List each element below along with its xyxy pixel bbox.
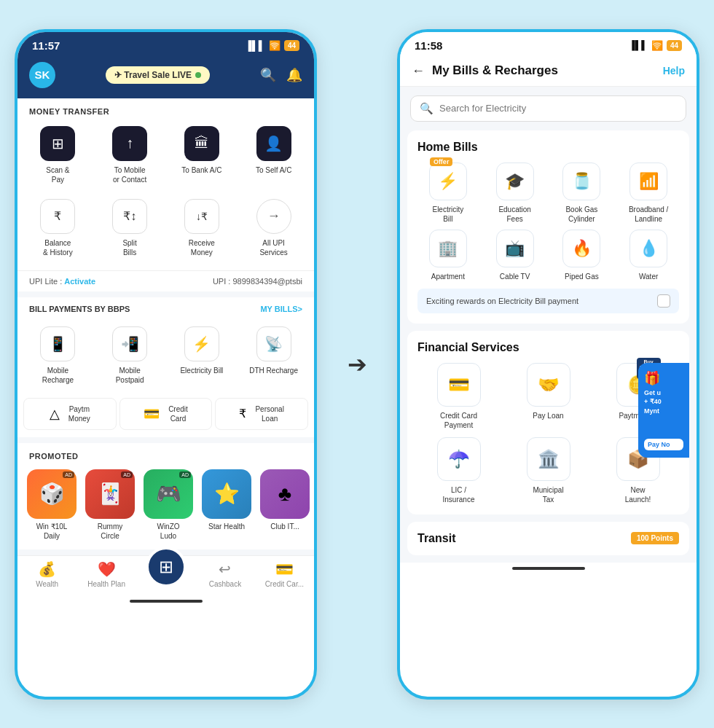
receive-money-item[interactable]: ↓₹ ReceiveMoney (168, 193, 237, 263)
scan-center-button[interactable]: ⊞ (146, 547, 187, 587)
right-status-bar: 11:58 ▐▌▌ 🛜 44 (400, 32, 697, 58)
ad-badge2: AD (121, 471, 133, 478)
nav-wealth-label: Wealth (36, 580, 58, 588)
notification-icon[interactable]: 🔔 (286, 67, 302, 83)
travel-badge[interactable]: ✈ Travel Sale LIVE (106, 66, 210, 84)
nav-health-label: Health Plan (87, 580, 125, 588)
transit-section: Transit 100 Points (407, 522, 689, 555)
search-icon[interactable]: 🔍 (260, 67, 276, 83)
apartment-item[interactable]: 🏢 Apartment (417, 230, 479, 281)
electricity-bill-label: ElectricityBill (432, 205, 463, 224)
nav-center[interactable]: ⊞ (136, 561, 195, 587)
search-icon: 🔍 (420, 102, 434, 115)
dth-recharge-item[interactable]: 📡 DTH Recharge (239, 321, 308, 391)
municipal-tax-label: MunicipalTax (533, 485, 563, 504)
promo-club-thumb: ♣ (260, 469, 310, 519)
scan-pay-item[interactable]: ⊞ Scan &Pay (23, 120, 93, 190)
search-input[interactable] (439, 103, 677, 114)
credit-nav-icon: 💳 (275, 560, 294, 578)
gas-cylinder-item[interactable]: 🫙 Book GasCylinder (552, 163, 613, 224)
promo-star[interactable]: ⭐ Star Health (201, 469, 252, 541)
municipal-tax-item[interactable]: 🏛️ MunicipalTax (507, 437, 589, 504)
credit-card-payment-item[interactable]: 💳 Credit CardPayment (417, 363, 500, 430)
upi-bar: UPI Lite : Activate UPI : 9899834394@pts… (17, 270, 314, 291)
rewards-text: Exciting rewards on Electricity Bill pay… (426, 297, 578, 305)
activate-link[interactable]: Activate (64, 277, 95, 286)
water-label: Water (639, 272, 658, 281)
promo-rummy-thumb: 🃏AD (85, 469, 135, 519)
cable-tv-label: Cable TV (500, 272, 530, 281)
right-signal-icon: ▐▌▌ (629, 40, 648, 50)
promo-ludo-label: Win ₹10LDaily (36, 522, 68, 541)
cable-tv-icon-wrap: 📺 (496, 230, 534, 267)
promo-club-label: Club IT... (270, 522, 299, 531)
rewards-checkbox[interactable] (657, 294, 670, 308)
mobile-postpaid-item[interactable]: 📲 MobilePostpaid (95, 321, 165, 391)
piped-gas-icon-wrap: 🔥 (562, 230, 600, 267)
electricity-bill-icon: ⚡ (184, 326, 219, 361)
lic-icon: ☂️ (448, 449, 470, 469)
all-upi-item[interactable]: → All UPIServices (239, 193, 308, 263)
back-button[interactable]: ← (412, 63, 425, 79)
home-bills-section: Home Bills Offer ⚡ ElectricityBill 🎓 Edu… (407, 130, 689, 324)
water-item[interactable]: 💧 Water (618, 230, 679, 281)
promo-rummy[interactable]: 🃏AD RummyCircle (85, 469, 136, 541)
bill-row2: △ PaytmMoney 💳 CreditCard ₹ PersonalLoan (17, 398, 314, 437)
promo-winzo[interactable]: 🎮AD WinZOLudo (143, 469, 194, 541)
broadband-item[interactable]: 📶 Broadband /Landline (618, 163, 679, 224)
search-bar[interactable]: 🔍 (410, 95, 686, 122)
to-bank-item[interactable]: 🏛 To Bank A/C (168, 120, 237, 190)
lic-insurance-item[interactable]: ☂️ LIC /Insurance (417, 437, 500, 504)
pay-now-button[interactable]: Pay No (644, 439, 683, 450)
mobile-postpaid-icon: 📲 (112, 326, 147, 361)
education-fees-item[interactable]: 🎓 EducationFees (484, 163, 546, 224)
promoted-title: PROMOTED (17, 443, 314, 465)
nav-credit[interactable]: 💳 Credit Car... (255, 560, 314, 588)
promo-ludo[interactable]: 🎲AD Win ₹10LDaily (26, 469, 77, 541)
cable-tv-item[interactable]: 📺 Cable TV (484, 230, 546, 281)
promo-ludo-thumb: 🎲AD (27, 469, 76, 519)
rewards-bar: Exciting rewards on Electricity Bill pay… (417, 289, 679, 313)
personal-loan-icon: ₹ (239, 407, 246, 420)
wifi-icon: 🛜 (269, 40, 280, 51)
electricity-icon-wrap: Offer ⚡ (429, 163, 467, 200)
financial-services-section: Financial Services 💳 Credit CardPayment … (407, 331, 689, 514)
to-self-item[interactable]: 👤 To Self A/C (239, 120, 308, 190)
pay-loan-item[interactable]: 🤝 Pay Loan (507, 363, 589, 430)
bill-header: BILL PAYMENTS BY BBPS MY BILLS> (17, 297, 314, 316)
upi-id: UPI : 9899834394@ptsbi (213, 277, 302, 286)
home-bar (130, 600, 203, 603)
bill-payments-title: BILL PAYMENTS BY BBPS (29, 305, 130, 313)
right-wifi-icon: 🛜 (651, 40, 663, 51)
personal-loan-item[interactable]: ₹ PersonalLoan (215, 398, 308, 430)
mobile-recharge-item[interactable]: 📱 MobileRecharge (23, 321, 93, 391)
lic-label: LIC /Insurance (443, 485, 475, 504)
my-bills-link[interactable]: MY BILLS> (260, 305, 302, 313)
arrow-container: ➔ (339, 351, 375, 378)
travel-badge-text: ✈ Travel Sale LIVE (114, 70, 192, 80)
electricity-bill-item[interactable]: Offer ⚡ ElectricityBill (417, 163, 479, 224)
side-promo-card[interactable]: 🎁 Get u+ ₹40Mynt Pay No (638, 363, 689, 458)
apartment-icon-wrap: 🏢 (429, 230, 467, 267)
right-battery-badge: 44 (667, 40, 682, 51)
promo-star-label: Star Health (208, 522, 245, 531)
avatar: SK (29, 62, 55, 88)
split-bills-item[interactable]: ₹↕ SplitBills (95, 193, 165, 263)
all-upi-label: All UPIServices (259, 238, 287, 257)
nav-cashback[interactable]: ↩ Cashback (195, 560, 254, 588)
gas-cylinder-label: Book GasCylinder (565, 205, 597, 224)
help-button[interactable]: Help (663, 65, 685, 77)
balance-history-item[interactable]: ₹ Balance& History (23, 193, 93, 263)
right-header: ← My Bills & Recharges Help (400, 58, 697, 87)
credit-card-item[interactable]: 💳 CreditCard (119, 398, 213, 430)
nav-wealth[interactable]: 💰 Wealth (17, 560, 76, 588)
to-mobile-item[interactable]: ↑ To Mobileor Contact (95, 120, 165, 190)
piped-gas-item[interactable]: 🔥 Piped Gas (552, 230, 613, 281)
electricity-bill-item[interactable]: ⚡ Electricity Bill (168, 321, 237, 391)
promo-club[interactable]: ♣ Club IT... (259, 469, 310, 541)
broadband-icon: 📶 (639, 172, 659, 191)
promoted-section: PROMOTED 🎲AD Win ₹10LDaily 🃏AD RummyCirc… (17, 443, 314, 549)
nav-health[interactable]: ❤️ Health Plan (76, 560, 136, 588)
education-icon-wrap: 🎓 (496, 163, 534, 200)
paytm-money-item[interactable]: △ PaytmMoney (23, 398, 117, 430)
